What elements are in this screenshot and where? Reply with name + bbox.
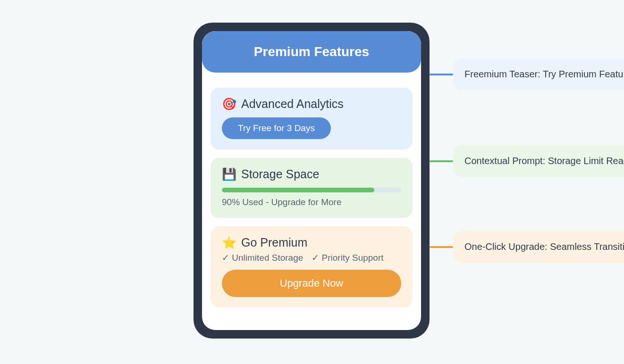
- annotation-contextual: Contextual Prompt: Storage Limit Reached: [453, 145, 624, 177]
- try-free-button[interactable]: Try Free for 3 Days: [222, 117, 331, 139]
- page-title: Premium Features: [202, 31, 421, 73]
- annotation-upgrade-text: One-Click Upgrade: Seamless Transition: [464, 241, 624, 252]
- card-storage-title: 💾 Storage Space: [222, 167, 401, 181]
- card-premium-label: Go Premium: [241, 236, 307, 249]
- card-analytics-label: Advanced Analytics: [241, 97, 344, 111]
- annotation-freemium: Freemium Teaser: Try Premium Features: [453, 58, 624, 90]
- storage-progress-fill: [222, 188, 374, 192]
- card-premium: ⭐ Go Premium ✓ Unlimited Storage ✓ Prior…: [211, 226, 413, 307]
- benefit-item: ✓ Unlimited Storage: [222, 252, 303, 263]
- annotation-freemium-text: Freemium Teaser: Try Premium Features: [464, 69, 624, 79]
- upgrade-now-button[interactable]: Upgrade Now: [222, 270, 401, 297]
- card-storage: 💾 Storage Space 90% Used - Upgrade for M…: [211, 158, 413, 218]
- target-icon: 🎯: [222, 98, 236, 110]
- star-icon: ⭐: [222, 237, 236, 248]
- annotation-upgrade: One-Click Upgrade: Seamless Transition: [453, 231, 624, 263]
- phone-screen: Premium Features 🎯 Advanced Analytics Tr…: [202, 31, 421, 330]
- card-analytics: 🎯 Advanced Analytics Try Free for 3 Days: [211, 88, 413, 149]
- card-premium-title: ⭐ Go Premium: [222, 236, 401, 249]
- phone-frame: Premium Features 🎯 Advanced Analytics Tr…: [194, 23, 430, 339]
- content-area: 🎯 Advanced Analytics Try Free for 3 Days…: [202, 73, 421, 317]
- card-storage-label: Storage Space: [241, 167, 319, 181]
- upgrade-now-label: Upgrade Now: [280, 277, 344, 289]
- storage-progress-bar: [222, 188, 401, 192]
- page-title-text: Premium Features: [254, 44, 369, 59]
- try-free-label: Try Free for 3 Days: [238, 123, 315, 133]
- storage-status-text: 90% Used - Upgrade for More: [222, 197, 401, 207]
- annotation-contextual-text: Contextual Prompt: Storage Limit Reached: [464, 156, 624, 166]
- premium-benefits: ✓ Unlimited Storage ✓ Priority Support: [222, 252, 401, 263]
- benefit-item: ✓ Priority Support: [312, 252, 383, 263]
- card-analytics-title: 🎯 Advanced Analytics: [222, 97, 401, 111]
- floppy-disk-icon: 💾: [222, 168, 236, 180]
